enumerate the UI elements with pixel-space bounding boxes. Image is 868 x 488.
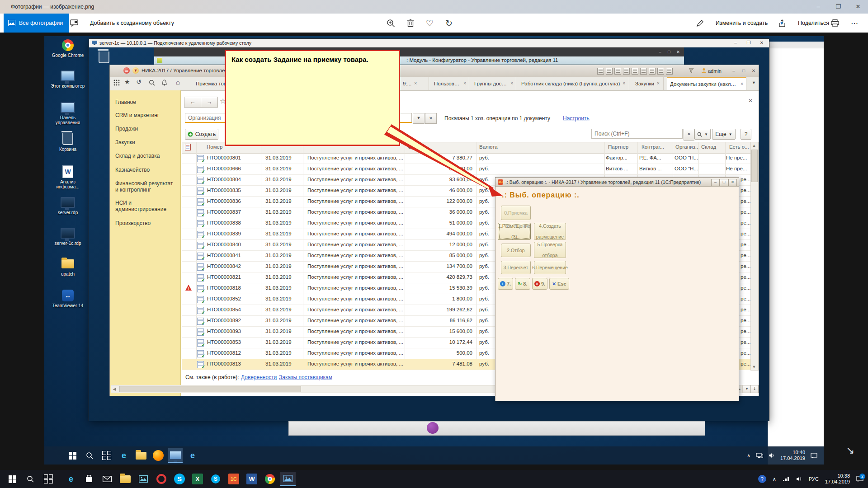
- dialog-action-button[interactable]: ✕Esc: [549, 278, 569, 290]
- desktop-icon[interactable]: server.rdp: [50, 196, 86, 225]
- sidebar-item[interactable]: Продажи: [115, 126, 176, 132]
- operation-button[interactable]: 0.Приемка: [501, 206, 531, 220]
- close-button[interactable]: ✕: [749, 67, 758, 75]
- print-icon[interactable]: [831, 19, 839, 27]
- desktop-icon[interactable]: Google Chrome: [50, 39, 86, 68]
- search-input[interactable]: [591, 129, 683, 139]
- history-icon[interactable]: ↺: [136, 78, 142, 85]
- maximize-button[interactable]: □: [665, 49, 673, 55]
- chrome-icon[interactable]: [262, 472, 278, 486]
- sidebar-item[interactable]: Главное: [115, 99, 176, 105]
- close-button[interactable]: ✕: [728, 179, 737, 186]
- language-indicator[interactable]: РУС: [809, 476, 819, 482]
- form-close-icon[interactable]: ✕: [748, 98, 753, 104]
- dialog-action-button[interactable]: ×9.: [532, 278, 547, 290]
- operation-button[interactable]: 2.Отбор: [501, 244, 531, 257]
- close-button[interactable]: ✕: [848, 0, 868, 14]
- media-icon[interactable]: [136, 472, 151, 486]
- back-button[interactable]: ←: [184, 97, 201, 108]
- restore-button[interactable]: ❐: [742, 39, 755, 47]
- word-icon[interactable]: W: [244, 472, 259, 486]
- edit-create-button[interactable]: Изменить и создать ▼: [696, 14, 784, 33]
- sidebar-item[interactable]: Производство: [115, 220, 176, 226]
- toolbar-icon[interactable]: [649, 68, 656, 75]
- col-header[interactable]: Организ...: [675, 144, 699, 150]
- scroll-to-end-button[interactable]: ↧: [750, 385, 759, 393]
- skype-icon[interactable]: S: [172, 472, 187, 486]
- toolbar-icon[interactable]: [614, 68, 621, 75]
- tab[interactable]: Закупки×: [632, 77, 664, 90]
- network-icon[interactable]: [783, 476, 790, 482]
- minimize-button[interactable]: –: [729, 39, 742, 47]
- volume-icon[interactable]: [769, 453, 775, 458]
- 1c-icon[interactable]: 1С: [226, 472, 241, 486]
- tab[interactable]: Группы доступа×: [472, 77, 516, 90]
- all-photos-button[interactable]: Все фотографии: [4, 14, 69, 33]
- edge-icon[interactable]: e: [63, 472, 79, 486]
- toolbar-icon[interactable]: [623, 68, 630, 75]
- scroll-page-down-button[interactable]: ▼: [743, 385, 751, 393]
- store-icon[interactable]: [81, 472, 97, 486]
- col-header[interactable]: Номер: [207, 144, 222, 150]
- vertical-scrollbar[interactable]: ▲ ▼: [750, 142, 759, 371]
- search-icon[interactable]: [82, 448, 97, 463]
- add-to-object-button[interactable]: Добавить к созданному объекту: [70, 14, 174, 33]
- apps-grid-icon[interactable]: [113, 80, 120, 86]
- tab[interactable]: Документы закупки (накладные)×: [667, 77, 746, 90]
- delete-icon[interactable]: [407, 19, 414, 27]
- tab-close-icon[interactable]: ×: [510, 81, 513, 86]
- link-doverennosti[interactable]: Доверенности: [241, 374, 277, 380]
- sidebar-item[interactable]: CRM и маркетинг: [115, 112, 176, 118]
- desktop-icon[interactable]: Панель управления: [50, 101, 86, 130]
- minimize-button[interactable]: –: [729, 67, 738, 75]
- clock[interactable]: 10:38 17.04.2019: [825, 473, 850, 485]
- rdp-session-icon[interactable]: [168, 448, 183, 463]
- toolbar-icon[interactable]: [597, 68, 604, 75]
- photos-icon[interactable]: [280, 472, 296, 486]
- desktop-icon[interactable]: upatch: [50, 258, 86, 286]
- operation-button[interactable]: 1.Размещение(3): [498, 223, 531, 240]
- scroll-up-icon[interactable]: ▲: [751, 143, 757, 148]
- search-icon[interactable]: [149, 80, 155, 86]
- zoom-icon[interactable]: [387, 19, 395, 28]
- col-header[interactable]: Склад: [701, 144, 716, 150]
- search-icon[interactable]: [23, 472, 38, 486]
- dialog-action-button[interactable]: ↻8.: [515, 278, 530, 290]
- close-button[interactable]: ✕: [755, 39, 768, 47]
- network-icon[interactable]: [756, 453, 763, 458]
- toolbar-icon[interactable]: [657, 68, 664, 75]
- skype-business-icon[interactable]: S: [208, 472, 223, 486]
- create-button[interactable]: Создать: [185, 129, 218, 140]
- col-header[interactable]: Партнер: [608, 144, 628, 150]
- favorite-heart-icon[interactable]: ♡: [426, 18, 434, 28]
- operation-button[interactable]: 5.Проверкаотбора: [534, 242, 566, 258]
- tab-close-icon[interactable]: ×: [657, 81, 660, 86]
- operation-button[interactable]: 6.Перемещение: [534, 261, 566, 274]
- col-header[interactable]: Есть о...: [729, 144, 749, 150]
- firefox-icon[interactable]: [151, 448, 165, 463]
- sidebar-item[interactable]: Закупки: [115, 139, 176, 145]
- maximize-button[interactable]: □: [720, 179, 728, 186]
- tabs-overflow-icon[interactable]: ▼: [752, 80, 756, 85]
- tab[interactable]: 9:...×: [400, 77, 429, 90]
- mail-icon[interactable]: [99, 472, 115, 486]
- desktop-icon[interactable]: Этот компьютер: [50, 70, 86, 99]
- task-view-icon[interactable]: [99, 448, 114, 463]
- minimize-button[interactable]: –: [656, 49, 664, 55]
- desktop-icon[interactable]: ↔TeamViewer 14: [50, 289, 86, 318]
- tab-close-icon[interactable]: ×: [414, 81, 417, 86]
- notifications-bell-icon[interactable]: [161, 80, 167, 86]
- scroll-left-icon[interactable]: ◀: [112, 387, 117, 391]
- main-menu-icon[interactable]: ☰: [123, 67, 130, 74]
- toolbar-icon[interactable]: [606, 68, 613, 75]
- scroll-down-icon[interactable]: ▼: [751, 365, 757, 369]
- sidebar-item[interactable]: НСИ и администрирование: [115, 200, 176, 212]
- maximize-button[interactable]: □: [739, 67, 748, 75]
- explorer-icon[interactable]: [134, 448, 148, 463]
- col-header[interactable]: Контраг...: [642, 144, 664, 150]
- toolbar-icon[interactable]: [666, 68, 673, 75]
- share-button[interactable]: Поделиться: [778, 14, 829, 33]
- tab-close-icon[interactable]: ×: [623, 81, 625, 86]
- restore-button[interactable]: ❐: [828, 0, 848, 14]
- sidebar-item[interactable]: Склад и доставка: [115, 153, 176, 159]
